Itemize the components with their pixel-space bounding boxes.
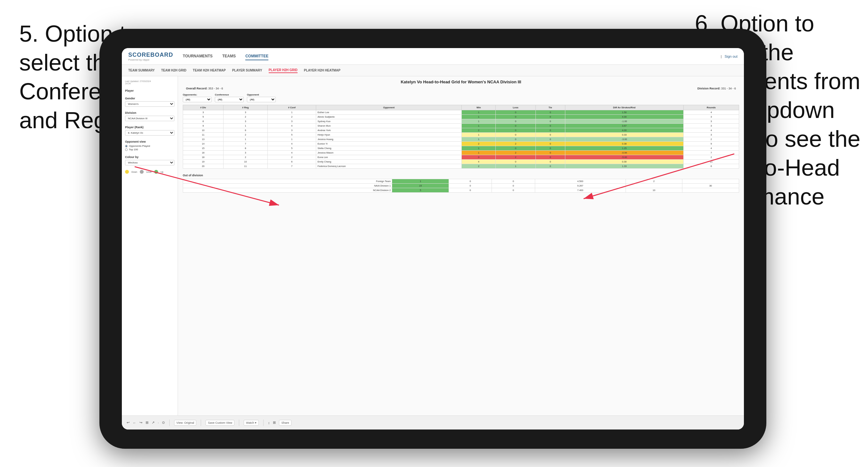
th-reg: # Reg <box>223 105 268 110</box>
opponents-played-label: Opponents Played <box>129 145 150 148</box>
last-updated-sub: 14:34 <box>125 82 175 85</box>
view-original-btn[interactable]: View: Original <box>174 420 196 426</box>
filter-opponent-select[interactable]: (All) <box>247 97 276 102</box>
filter-opponents-select[interactable]: (All) <box>183 97 212 102</box>
table-row: 1822Euna Lee020-5.002 <box>183 155 739 160</box>
colour-by-section: Colour by Win/loss <box>125 155 175 165</box>
app-header: SCOREBOARD Powered by clippd TOURNAMENTS… <box>122 48 744 65</box>
toolbar-sep-3 <box>239 419 239 426</box>
overall-record: Overall Record: 353 - 34 - 6 <box>186 87 223 90</box>
player-rank-select[interactable]: 8. Katelyn Vo <box>125 130 175 135</box>
th-loss: Loss <box>496 105 535 110</box>
record-row: Overall Record: 353 - 34 - 6 Division Re… <box>183 87 739 90</box>
division-record: Division Record: 331 - 34 - 6 <box>698 87 736 90</box>
division-label: Division <box>125 111 175 115</box>
out-of-division-header: Out of division <box>183 174 739 177</box>
link-icon[interactable]: ↗ <box>152 421 155 425</box>
table-row: 1585Stella Cheng1001.254 <box>183 146 739 151</box>
table-row: 1311Jessica Huang100-3.002 <box>183 137 739 142</box>
division-record-value: 331 - 34 - 6 <box>721 87 736 90</box>
watch-btn[interactable]: Watch ▾ <box>244 420 259 426</box>
th-rounds: Rounds <box>684 105 739 110</box>
top100-label: Top 100 <box>129 148 138 151</box>
table-row: 633Sydney Kuo100-1.003 <box>183 119 739 124</box>
th-conf: # Conf <box>268 105 316 110</box>
out-division-row: NCAA Division 25007.40010 <box>183 188 739 193</box>
logo-area: SCOREBOARD Powered by clippd <box>128 52 173 61</box>
undo-icon[interactable]: ↩ <box>127 421 129 425</box>
filter-conference-select[interactable]: (All) <box>215 97 244 102</box>
colour-down-label: Down <box>131 171 137 173</box>
out-of-division-table: Foreign Team1004.5002NAIA Division 11500… <box>183 179 739 193</box>
header-right: | Sign out <box>721 55 738 58</box>
table-row: 522Alexis Sudjianto1004.003 <box>183 115 739 119</box>
save-custom-view-btn[interactable]: Save Custom View <box>206 420 235 426</box>
sub-nav-team-h2h-heatmap[interactable]: TEAM H2H HEATMAP <box>193 68 226 73</box>
th-div: # Div <box>183 105 223 110</box>
out-division-row: NAIA Division 115009.26730 <box>183 184 739 188</box>
sub-nav-team-h2h-grid[interactable]: TEAM H2H GRID <box>161 68 186 73</box>
table-row: 331Esther Lee1001.504 <box>183 110 739 115</box>
division-record-label: Division Record: <box>698 87 720 90</box>
gender-label: Gender <box>125 97 175 100</box>
th-win: Win <box>462 105 496 110</box>
nav-items: TOURNAMENTS TEAMS COMMITTEE <box>183 53 721 60</box>
colour-by-select[interactable]: Win/loss <box>125 160 175 165</box>
back-icon[interactable]: ← <box>133 421 136 425</box>
main-data-table: # Div # Reg # Conf Opponent Win Loss Tie… <box>183 105 739 168</box>
table-row: 1634Jessica Mason120-0.947 <box>183 151 739 155</box>
gender-select[interactable]: Women's <box>125 101 175 107</box>
table-row: 1125Heejo Hyun1000.333 <box>183 133 739 137</box>
opponents-played-radio[interactable]: Opponents Played <box>125 145 175 148</box>
colour-up <box>154 170 158 174</box>
table-row: 1474Eunice Yi2200.389 <box>183 142 739 146</box>
gender-section: Gender Women's <box>125 97 175 107</box>
content-header: Katelyn Vo Head-to-Head Grid for Women's… <box>183 80 739 84</box>
share-grid-icon[interactable]: ⊞ <box>273 421 276 425</box>
th-tie: Tie <box>535 105 565 110</box>
player-section: Player <box>125 89 175 92</box>
sub-nav-team-summary[interactable]: TEAM SUMMARY <box>128 68 155 73</box>
sub-nav-player-h2h-heatmap[interactable]: PLAYER H2H HEATMAP <box>304 68 341 73</box>
colour-level <box>140 170 144 174</box>
table-row: 914Sharon Mun1003.673 <box>183 124 739 128</box>
player-label: Player <box>125 89 175 92</box>
dot-icon[interactable]: · <box>158 421 159 425</box>
separator: | <box>721 55 722 58</box>
bottom-toolbar: ↩ ← ↪ ⊞ ↗ · ⊙ View: Original Save Custom… <box>122 415 744 430</box>
colour-by-label: Colour by <box>125 155 175 159</box>
logo-sub: Powered by clippd <box>128 58 173 61</box>
tablet-screen: SCOREBOARD Powered by clippd TOURNAMENTS… <box>122 48 744 430</box>
logo-text: SCOREBOARD <box>128 52 173 58</box>
share-btn[interactable]: Share <box>279 420 291 426</box>
opponent-view-label: Opponent view <box>125 140 175 143</box>
grid-icon[interactable]: ⊞ <box>146 421 149 425</box>
overall-record-value: 353 - 34 - 6 <box>209 87 223 90</box>
sub-nav-player-h2h-grid[interactable]: PLAYER H2H GRID <box>269 68 298 73</box>
top100-radio[interactable]: Top 100 <box>125 148 175 151</box>
table-row: 19106Emily Chang4000.3011 <box>183 160 739 164</box>
toolbar-sep-2 <box>201 419 201 426</box>
colour-legend: Down Level Up <box>125 170 175 174</box>
nav-committee[interactable]: COMMITTEE <box>245 53 268 60</box>
last-updated: Last Updated: 27/03/2024 <box>125 80 175 82</box>
radio-dot-top100 <box>125 148 128 151</box>
resize-icon[interactable]: ↕ <box>268 421 270 425</box>
nav-teams[interactable]: TEAMS <box>222 53 236 60</box>
nav-tournaments[interactable]: TOURNAMENTS <box>183 53 213 60</box>
player-rank-label: Player (Rank) <box>125 126 175 129</box>
sub-nav-player-summary[interactable]: PLAYER SUMMARY <box>232 68 262 73</box>
sign-out-link[interactable]: Sign out <box>725 55 738 58</box>
out-division-row: Foreign Team1004.5002 <box>183 179 739 184</box>
overall-record-label: Overall Record: <box>186 87 208 90</box>
colour-up-label: Up <box>161 171 163 173</box>
filter-opponents-label: Opponents: <box>183 93 212 96</box>
clock-icon[interactable]: ⊙ <box>162 421 165 425</box>
division-select[interactable]: NCAA Division III <box>125 116 175 121</box>
filter-row: Opponents: (All) Conference (All) Oppone… <box>183 93 739 102</box>
redo-icon[interactable]: ↪ <box>140 421 143 425</box>
opponent-view-section: Opponent view Opponents Played Top 100 <box>125 140 175 151</box>
toolbar-sep-1 <box>169 419 169 426</box>
radio-dot-opponents <box>125 145 128 148</box>
table-row: 20117Federica Domecq Lacroze2101.336 <box>183 164 739 168</box>
